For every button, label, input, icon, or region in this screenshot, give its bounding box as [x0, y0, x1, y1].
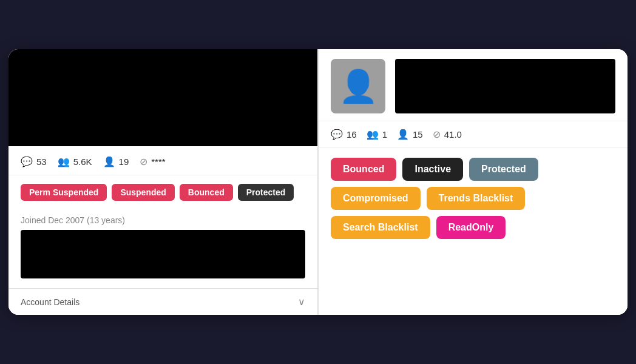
r-followers-stat: 👥 1: [367, 129, 387, 140]
r-comment-icon: 💬: [331, 129, 343, 140]
r-following-icon: 👤: [397, 129, 409, 140]
circle-slash-icon: ⊘: [140, 156, 147, 167]
r-search-blacklist-tag[interactable]: Search Blacklist: [331, 216, 430, 239]
right-top-section: 👤: [319, 49, 628, 121]
r-following-value: 15: [413, 129, 423, 140]
r-compromised-tag[interactable]: Compromised: [331, 187, 421, 210]
r-comments-value: 16: [347, 129, 357, 140]
r-readonly-tag[interactable]: ReadOnly: [436, 216, 506, 239]
avatar-person-icon: 👤: [339, 68, 378, 105]
followers-icon: 👥: [58, 156, 70, 167]
right-name-box: [395, 59, 615, 113]
r-followers-icon: 👥: [367, 129, 379, 140]
following-value: 19: [119, 157, 129, 167]
r-comments-stat: 💬 16: [331, 129, 357, 140]
comment-icon: 💬: [21, 156, 33, 167]
r-misc-stat: ⊘ 41.0: [433, 129, 462, 140]
r-protected-tag[interactable]: Protected: [469, 158, 538, 181]
bounced-tag[interactable]: Bounced: [180, 184, 233, 201]
bio-box: [21, 230, 305, 278]
perm-suspended-tag[interactable]: Perm Suspended: [21, 184, 107, 201]
chevron-down-icon: ∨: [298, 296, 305, 308]
right-panel: 👤 💬 16 👥 1 👤 15 ⊘ 41.0 Bounced: [319, 49, 628, 315]
right-tags-section: Bounced Inactive Protected Compromised T…: [319, 148, 628, 249]
r-followers-value: 1: [382, 129, 387, 140]
main-container: 💬 53 👥 5.6K 👤 19 ⊘ **** Perm Suspended S…: [8, 49, 628, 315]
left-tags-section: Perm Suspended Suspended Bounced Protect…: [8, 175, 317, 209]
r-circle-slash-icon: ⊘: [433, 129, 441, 140]
joined-text: Joined Dec 2007 (13 years): [8, 209, 317, 230]
comments-stat: 💬 53: [21, 156, 47, 167]
comments-value: 53: [36, 157, 47, 167]
banner-image: [8, 49, 317, 146]
r-inactive-tag[interactable]: Inactive: [402, 158, 463, 181]
r-bounced-tag[interactable]: Bounced: [331, 158, 396, 181]
account-details-label: Account Details: [21, 297, 80, 307]
misc-value: ****: [151, 157, 165, 167]
misc-stat: ⊘ ****: [140, 156, 165, 167]
avatar: 👤: [331, 59, 385, 113]
following-icon: 👤: [103, 156, 115, 167]
r-following-stat: 👤 15: [397, 129, 423, 140]
protected-tag[interactable]: Protected: [238, 184, 294, 201]
right-stats-row: 💬 16 👥 1 👤 15 ⊘ 41.0: [319, 121, 628, 148]
suspended-tag[interactable]: Suspended: [112, 184, 174, 201]
r-trends-blacklist-tag[interactable]: Trends Blacklist: [427, 187, 526, 210]
followers-stat: 👥 5.6K: [58, 156, 92, 167]
left-panel: 💬 53 👥 5.6K 👤 19 ⊘ **** Perm Suspended S…: [8, 49, 319, 315]
followers-value: 5.6K: [73, 157, 92, 167]
r-misc-value: 41.0: [444, 129, 462, 140]
following-stat: 👤 19: [103, 156, 129, 167]
account-details-row[interactable]: Account Details ∨: [8, 288, 317, 315]
left-stats-row: 💬 53 👥 5.6K 👤 19 ⊘ ****: [8, 146, 317, 175]
